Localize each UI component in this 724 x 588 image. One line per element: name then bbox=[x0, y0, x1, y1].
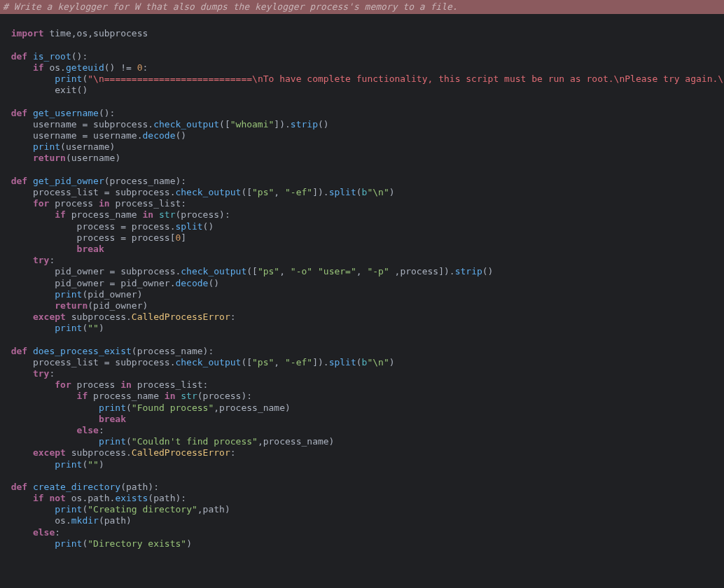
code-line[interactable]: def get_pid_owner(process_name): bbox=[0, 176, 724, 187]
code-line[interactable]: except subprocess.CalledProcessError: bbox=[0, 312, 724, 323]
code-line[interactable]: process = process[0] bbox=[0, 232, 724, 244]
code-line[interactable]: def get_username(): bbox=[0, 108, 724, 119]
code-line[interactable]: print(username) bbox=[0, 141, 724, 153]
code-line[interactable]: process_list = subprocess.check_output([… bbox=[0, 187, 724, 198]
code-line[interactable]: if process_name in str(process): bbox=[0, 391, 724, 402]
code-line[interactable]: def is_root(): bbox=[0, 51, 724, 62]
code-line[interactable]: process = process.split() bbox=[0, 221, 724, 232]
code-line[interactable]: pid_owner = subprocess.check_output(["ps… bbox=[0, 266, 724, 277]
code-line[interactable]: os.mkdir(path) bbox=[0, 515, 724, 526]
code-line[interactable]: print("Creating directory",path) bbox=[0, 504, 724, 515]
code-line[interactable] bbox=[0, 334, 724, 345]
code-line[interactable]: def does_process_exist(process_name): bbox=[0, 346, 724, 357]
code-line[interactable]: try: bbox=[0, 368, 724, 379]
code-line[interactable]: process_list = subprocess.check_output([… bbox=[0, 357, 724, 368]
code-line[interactable]: print("Couldn't find process",process_na… bbox=[0, 436, 724, 447]
code-line[interactable]: exit() bbox=[0, 85, 724, 96]
code-line[interactable]: break bbox=[0, 414, 724, 425]
code-line[interactable] bbox=[0, 17, 724, 28]
code-line[interactable] bbox=[0, 97, 724, 108]
code-line[interactable]: import time,os,subprocess bbox=[0, 28, 724, 39]
code-line[interactable]: pid_owner = pid_owner.decode() bbox=[0, 278, 724, 289]
code-line[interactable]: print("") bbox=[0, 459, 724, 470]
code-line[interactable]: print("Found process",process_name) bbox=[0, 402, 724, 414]
code-line[interactable]: username = username.decode() bbox=[0, 130, 724, 141]
code-line[interactable]: break bbox=[0, 244, 724, 255]
code-line[interactable]: print("Directory exists") bbox=[0, 538, 724, 550]
comment-banner: # Write a keylogger for W that also dump… bbox=[0, 0, 724, 14]
code-line[interactable]: print("") bbox=[0, 323, 724, 334]
code-line[interactable] bbox=[0, 470, 724, 482]
code-line[interactable]: username = subprocess.check_output(["who… bbox=[0, 119, 724, 130]
code-editor[interactable]: import time,os,subprocess def is_root():… bbox=[0, 14, 724, 561]
code-line[interactable]: print(pid_owner) bbox=[0, 289, 724, 300]
code-line[interactable]: for process in process_list: bbox=[0, 198, 724, 209]
code-line[interactable]: return(pid_owner) bbox=[0, 300, 724, 312]
code-line[interactable]: else: bbox=[0, 425, 724, 436]
code-line[interactable] bbox=[0, 40, 724, 51]
code-line[interactable] bbox=[0, 164, 724, 176]
code-line[interactable]: except subprocess.CalledProcessError: bbox=[0, 447, 724, 458]
code-line[interactable]: if os.geteuid() != 0: bbox=[0, 62, 724, 74]
code-line[interactable]: return(username) bbox=[0, 153, 724, 164]
code-line[interactable]: def create_directory(path): bbox=[0, 482, 724, 493]
code-line[interactable] bbox=[0, 550, 724, 561]
code-line[interactable]: if not os.path.exists(path): bbox=[0, 493, 724, 504]
code-line[interactable]: else: bbox=[0, 527, 724, 538]
code-line[interactable]: if process_name in str(process): bbox=[0, 209, 724, 220]
code-line[interactable]: for process in process_list: bbox=[0, 379, 724, 391]
code-line[interactable]: print("\n===========================\nTo… bbox=[0, 74, 724, 85]
code-line[interactable]: try: bbox=[0, 255, 724, 266]
